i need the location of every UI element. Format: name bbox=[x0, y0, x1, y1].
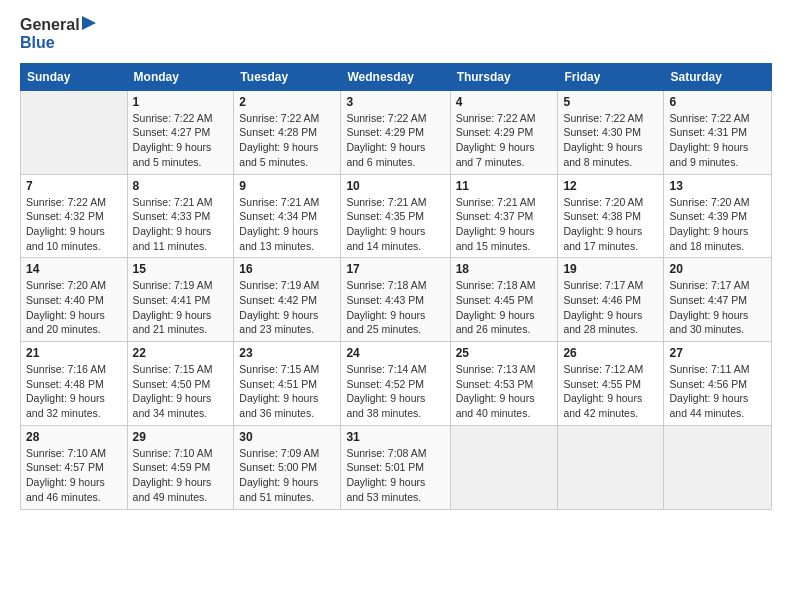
day-info: Sunrise: 7:17 AMSunset: 4:47 PMDaylight:… bbox=[669, 278, 766, 337]
calendar-cell: 7Sunrise: 7:22 AMSunset: 4:32 PMDaylight… bbox=[21, 174, 128, 258]
logo: General Blue bbox=[20, 16, 96, 53]
day-of-week-header: Friday bbox=[558, 63, 664, 90]
calendar-cell: 5Sunrise: 7:22 AMSunset: 4:30 PMDaylight… bbox=[558, 90, 664, 174]
logo-general: General bbox=[20, 16, 96, 34]
page-header: General Blue bbox=[20, 16, 772, 53]
day-info: Sunrise: 7:19 AMSunset: 4:42 PMDaylight:… bbox=[239, 278, 335, 337]
day-info: Sunrise: 7:21 AMSunset: 4:37 PMDaylight:… bbox=[456, 195, 553, 254]
calendar-cell: 10Sunrise: 7:21 AMSunset: 4:35 PMDayligh… bbox=[341, 174, 450, 258]
day-of-week-header: Monday bbox=[127, 63, 234, 90]
day-number: 29 bbox=[133, 430, 229, 444]
logo-triangle bbox=[82, 16, 96, 34]
calendar-week-row: 28Sunrise: 7:10 AMSunset: 4:57 PMDayligh… bbox=[21, 425, 772, 509]
logo-blue: Blue bbox=[20, 34, 96, 52]
calendar-cell: 24Sunrise: 7:14 AMSunset: 4:52 PMDayligh… bbox=[341, 342, 450, 426]
day-number: 22 bbox=[133, 346, 229, 360]
calendar-cell: 27Sunrise: 7:11 AMSunset: 4:56 PMDayligh… bbox=[664, 342, 772, 426]
calendar-cell: 13Sunrise: 7:20 AMSunset: 4:39 PMDayligh… bbox=[664, 174, 772, 258]
calendar-cell: 12Sunrise: 7:20 AMSunset: 4:38 PMDayligh… bbox=[558, 174, 664, 258]
day-number: 12 bbox=[563, 179, 658, 193]
day-number: 8 bbox=[133, 179, 229, 193]
calendar-cell: 9Sunrise: 7:21 AMSunset: 4:34 PMDaylight… bbox=[234, 174, 341, 258]
day-info: Sunrise: 7:21 AMSunset: 4:33 PMDaylight:… bbox=[133, 195, 229, 254]
day-number: 1 bbox=[133, 95, 229, 109]
calendar-cell: 15Sunrise: 7:19 AMSunset: 4:41 PMDayligh… bbox=[127, 258, 234, 342]
day-info: Sunrise: 7:10 AMSunset: 4:59 PMDaylight:… bbox=[133, 446, 229, 505]
calendar-cell: 21Sunrise: 7:16 AMSunset: 4:48 PMDayligh… bbox=[21, 342, 128, 426]
day-info: Sunrise: 7:18 AMSunset: 4:43 PMDaylight:… bbox=[346, 278, 444, 337]
day-info: Sunrise: 7:21 AMSunset: 4:34 PMDaylight:… bbox=[239, 195, 335, 254]
day-number: 10 bbox=[346, 179, 444, 193]
day-info: Sunrise: 7:15 AMSunset: 4:50 PMDaylight:… bbox=[133, 362, 229, 421]
day-number: 7 bbox=[26, 179, 122, 193]
calendar-week-row: 7Sunrise: 7:22 AMSunset: 4:32 PMDaylight… bbox=[21, 174, 772, 258]
day-number: 15 bbox=[133, 262, 229, 276]
day-number: 28 bbox=[26, 430, 122, 444]
day-of-week-header: Tuesday bbox=[234, 63, 341, 90]
calendar-cell: 17Sunrise: 7:18 AMSunset: 4:43 PMDayligh… bbox=[341, 258, 450, 342]
calendar-cell: 19Sunrise: 7:17 AMSunset: 4:46 PMDayligh… bbox=[558, 258, 664, 342]
day-number: 24 bbox=[346, 346, 444, 360]
calendar-week-row: 21Sunrise: 7:16 AMSunset: 4:48 PMDayligh… bbox=[21, 342, 772, 426]
calendar-cell: 11Sunrise: 7:21 AMSunset: 4:37 PMDayligh… bbox=[450, 174, 558, 258]
day-info: Sunrise: 7:15 AMSunset: 4:51 PMDaylight:… bbox=[239, 362, 335, 421]
day-number: 13 bbox=[669, 179, 766, 193]
calendar-cell: 1Sunrise: 7:22 AMSunset: 4:27 PMDaylight… bbox=[127, 90, 234, 174]
day-info: Sunrise: 7:22 AMSunset: 4:31 PMDaylight:… bbox=[669, 111, 766, 170]
day-number: 18 bbox=[456, 262, 553, 276]
day-of-week-header: Thursday bbox=[450, 63, 558, 90]
logo-text-block: General Blue bbox=[20, 16, 96, 53]
day-number: 3 bbox=[346, 95, 444, 109]
day-number: 21 bbox=[26, 346, 122, 360]
calendar-cell: 14Sunrise: 7:20 AMSunset: 4:40 PMDayligh… bbox=[21, 258, 128, 342]
day-info: Sunrise: 7:22 AMSunset: 4:27 PMDaylight:… bbox=[133, 111, 229, 170]
day-number: 31 bbox=[346, 430, 444, 444]
day-info: Sunrise: 7:08 AMSunset: 5:01 PMDaylight:… bbox=[346, 446, 444, 505]
day-info: Sunrise: 7:22 AMSunset: 4:30 PMDaylight:… bbox=[563, 111, 658, 170]
calendar-cell: 3Sunrise: 7:22 AMSunset: 4:29 PMDaylight… bbox=[341, 90, 450, 174]
day-info: Sunrise: 7:11 AMSunset: 4:56 PMDaylight:… bbox=[669, 362, 766, 421]
calendar-cell bbox=[558, 425, 664, 509]
day-info: Sunrise: 7:14 AMSunset: 4:52 PMDaylight:… bbox=[346, 362, 444, 421]
day-number: 23 bbox=[239, 346, 335, 360]
day-number: 26 bbox=[563, 346, 658, 360]
day-info: Sunrise: 7:22 AMSunset: 4:28 PMDaylight:… bbox=[239, 111, 335, 170]
calendar-cell: 16Sunrise: 7:19 AMSunset: 4:42 PMDayligh… bbox=[234, 258, 341, 342]
calendar-cell: 25Sunrise: 7:13 AMSunset: 4:53 PMDayligh… bbox=[450, 342, 558, 426]
logo-arrow-icon bbox=[82, 16, 96, 30]
calendar-cell: 18Sunrise: 7:18 AMSunset: 4:45 PMDayligh… bbox=[450, 258, 558, 342]
calendar-cell: 20Sunrise: 7:17 AMSunset: 4:47 PMDayligh… bbox=[664, 258, 772, 342]
day-number: 27 bbox=[669, 346, 766, 360]
calendar-cell: 29Sunrise: 7:10 AMSunset: 4:59 PMDayligh… bbox=[127, 425, 234, 509]
days-of-week-row: SundayMondayTuesdayWednesdayThursdayFrid… bbox=[21, 63, 772, 90]
calendar-body: 1Sunrise: 7:22 AMSunset: 4:27 PMDaylight… bbox=[21, 90, 772, 509]
day-info: Sunrise: 7:09 AMSunset: 5:00 PMDaylight:… bbox=[239, 446, 335, 505]
calendar-cell bbox=[664, 425, 772, 509]
calendar-cell: 23Sunrise: 7:15 AMSunset: 4:51 PMDayligh… bbox=[234, 342, 341, 426]
svg-marker-0 bbox=[82, 16, 96, 30]
day-number: 4 bbox=[456, 95, 553, 109]
calendar-cell bbox=[21, 90, 128, 174]
day-number: 9 bbox=[239, 179, 335, 193]
day-number: 11 bbox=[456, 179, 553, 193]
calendar-cell: 31Sunrise: 7:08 AMSunset: 5:01 PMDayligh… bbox=[341, 425, 450, 509]
day-info: Sunrise: 7:19 AMSunset: 4:41 PMDaylight:… bbox=[133, 278, 229, 337]
day-number: 25 bbox=[456, 346, 553, 360]
calendar-cell: 2Sunrise: 7:22 AMSunset: 4:28 PMDaylight… bbox=[234, 90, 341, 174]
day-number: 6 bbox=[669, 95, 766, 109]
calendar-cell: 30Sunrise: 7:09 AMSunset: 5:00 PMDayligh… bbox=[234, 425, 341, 509]
day-info: Sunrise: 7:20 AMSunset: 4:38 PMDaylight:… bbox=[563, 195, 658, 254]
calendar-cell: 28Sunrise: 7:10 AMSunset: 4:57 PMDayligh… bbox=[21, 425, 128, 509]
day-of-week-header: Wednesday bbox=[341, 63, 450, 90]
day-number: 19 bbox=[563, 262, 658, 276]
day-info: Sunrise: 7:17 AMSunset: 4:46 PMDaylight:… bbox=[563, 278, 658, 337]
calendar-cell: 4Sunrise: 7:22 AMSunset: 4:29 PMDaylight… bbox=[450, 90, 558, 174]
day-number: 14 bbox=[26, 262, 122, 276]
day-of-week-header: Saturday bbox=[664, 63, 772, 90]
calendar-cell: 6Sunrise: 7:22 AMSunset: 4:31 PMDaylight… bbox=[664, 90, 772, 174]
calendar-cell: 26Sunrise: 7:12 AMSunset: 4:55 PMDayligh… bbox=[558, 342, 664, 426]
day-number: 30 bbox=[239, 430, 335, 444]
calendar-week-row: 14Sunrise: 7:20 AMSunset: 4:40 PMDayligh… bbox=[21, 258, 772, 342]
day-info: Sunrise: 7:22 AMSunset: 4:29 PMDaylight:… bbox=[346, 111, 444, 170]
day-info: Sunrise: 7:10 AMSunset: 4:57 PMDaylight:… bbox=[26, 446, 122, 505]
